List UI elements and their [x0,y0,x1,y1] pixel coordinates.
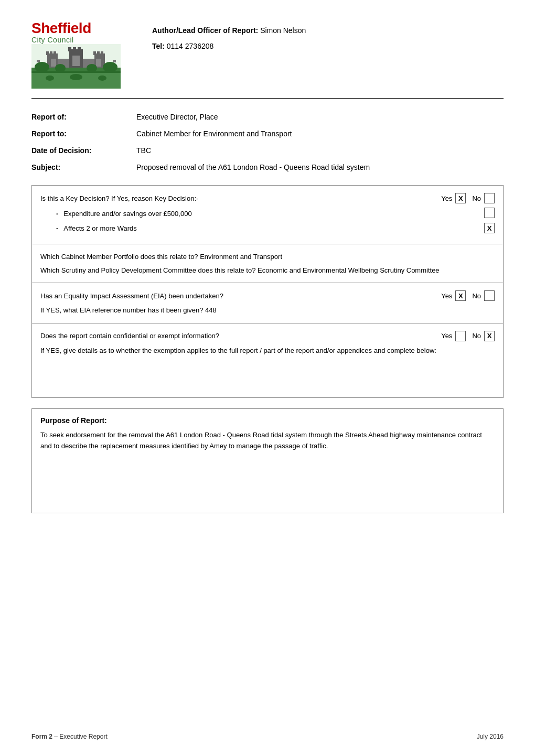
purpose-title: Purpose of Report: [40,416,495,425]
svg-rect-3 [68,47,71,51]
sheffield-crest-icon [31,44,121,89]
svg-rect-14 [97,51,100,55]
header-right: Author/Lead Officer of Report: Simon Nel… [142,21,306,50]
key-decision-row: Is this a Key Decision? If Yes, reason K… [40,193,495,203]
svg-rect-15 [101,51,103,55]
author-line: Author/Lead Officer of Report: Simon Nel… [152,26,306,35]
report-to-row: Report to: Cabinet Member for Environmen… [31,125,504,142]
svg-rect-23 [31,71,121,73]
confidential-details-space [40,359,495,390]
key-decision-yes-no: Yes No [441,193,495,203]
purpose-text: To seek endorsement for the removal the … [40,430,495,452]
svg-rect-11 [51,59,56,67]
svg-rect-28 [37,60,40,62]
eia-row: Has an Equality Impact Assessment (EIA) … [40,290,495,301]
key-decision-yes-checkbox[interactable] [455,193,466,203]
date-row: Date of Decision: TBC [31,142,504,159]
svg-point-27 [98,75,106,81]
confidential-row: Does the report contain confidential or … [40,331,495,341]
expenditure-row: - Expenditure and/or savings over £500,0… [56,208,495,220]
expenditure-checkbox[interactable] [484,208,495,218]
svg-rect-10 [54,51,56,55]
svg-rect-5 [78,47,81,51]
svg-point-21 [55,64,66,72]
key-decision-box: Is this a Key Decision? If Yes, reason K… [31,185,504,244]
footer: Form 2 – Executive Report July 2016 [31,733,504,740]
report-of-row: Report of: Executive Director, Place [31,109,504,125]
svg-rect-8 [46,51,49,55]
svg-rect-16 [96,59,101,67]
confidential-no-checkbox[interactable] [484,331,495,341]
confidential-yes-checkbox[interactable] [455,331,466,341]
svg-rect-13 [93,51,96,55]
subject-row: Subject: Proposed removal of the A61 Lon… [31,159,504,176]
tel-line: Tel: 0114 2736208 [152,42,306,50]
svg-rect-9 [50,51,52,55]
purpose-box: Purpose of Report: To seek endorsement f… [31,408,504,513]
eia-yes-checkbox[interactable] [455,290,466,301]
confidential-yes-no: Yes No [441,331,495,341]
header: Sheffield City Council [31,21,504,99]
svg-point-25 [46,75,54,81]
svg-rect-29 [113,60,116,62]
footer-right: July 2016 [477,733,504,740]
svg-rect-4 [73,47,76,51]
svg-point-19 [35,62,49,72]
cabinet-section-box: Which Cabinet Member Portfolio does this… [31,244,504,283]
svg-rect-6 [72,56,80,66]
eia-yes-no: Yes No [441,290,495,301]
svg-point-20 [103,62,117,72]
svg-point-26 [70,74,82,80]
eia-no-checkbox[interactable] [484,290,495,301]
logo-area: Sheffield City Council [31,21,142,89]
footer-left: Form 2 – Executive Report [31,733,108,740]
eia-section-box: Has an Equality Impact Assessment (EIA) … [31,283,504,323]
logo-sheffield-text: Sheffield City Council [31,21,142,44]
key-decision-no-checkbox[interactable] [484,193,495,203]
svg-point-22 [87,64,97,72]
confidential-section-box: Does the report contain confidential or … [31,323,504,398]
report-info: Report of: Executive Director, Place Rep… [31,109,504,176]
wards-checkbox[interactable] [484,223,495,233]
wards-row: - Affects 2 or more Wards [56,223,495,233]
